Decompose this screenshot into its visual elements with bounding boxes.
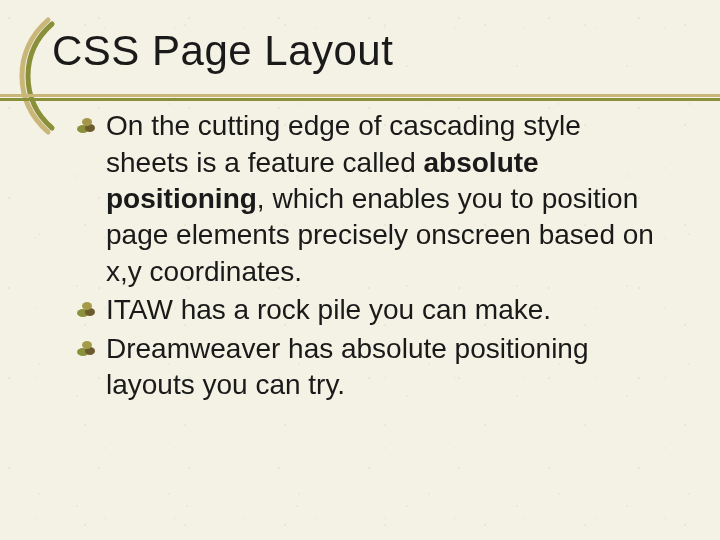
stones-bullet-icon [76, 299, 96, 319]
slide: CSS Page Layout On the cutting edge of c… [0, 0, 720, 540]
stones-bullet-icon [76, 338, 96, 358]
svg-point-2 [82, 118, 92, 126]
bullet-text: On the cutting edge of cascading style s… [106, 110, 654, 287]
bullet-text: ITAW has a rock pile you can make. [106, 294, 551, 325]
slide-title: CSS Page Layout [50, 28, 670, 74]
bullet-text: Dreamweaver has absolute positioning lay… [106, 333, 589, 400]
stones-bullet-icon [76, 115, 96, 135]
svg-point-8 [82, 341, 92, 349]
horizontal-rule-icon [0, 94, 720, 102]
list-item: ITAW has a rock pile you can make. [106, 292, 670, 328]
list-item: On the cutting edge of cascading style s… [106, 108, 670, 290]
title-area: CSS Page Layout [50, 28, 670, 74]
bullet-list: On the cutting edge of cascading style s… [50, 108, 670, 403]
svg-point-5 [82, 302, 92, 310]
list-item: Dreamweaver has absolute positioning lay… [106, 331, 670, 404]
